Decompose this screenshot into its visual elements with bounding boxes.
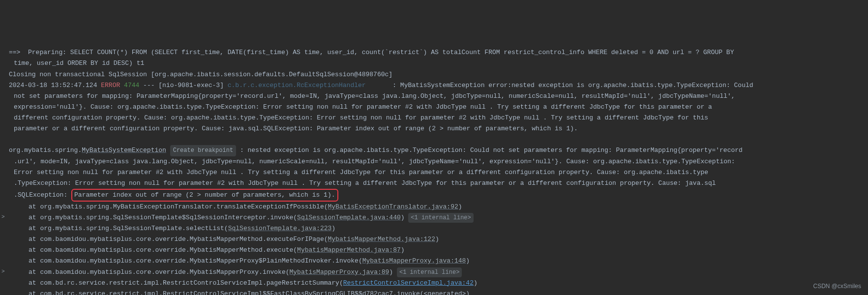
exception-class-link[interactable]: MyBatisSystemException xyxy=(82,147,166,154)
log-thread: [nio-9081-exec-3] xyxy=(158,82,224,89)
stack-frame: >at com.baomidou.mybatisplus.core.overri… xyxy=(9,267,868,278)
log-message: MyBatisSystemException error:nested exce… xyxy=(400,82,753,89)
stack-frame: at org.mybatis.spring.SqlSessionTemplate… xyxy=(9,223,868,234)
stack-source-link[interactable]: MybatisMapperMethod.java:87 xyxy=(297,246,401,254)
stack-frame: at com.baomidou.mybatisplus.core.overrid… xyxy=(9,256,868,266)
console-log: ==> Preparing: SELECT COUNT(*) FROM (SEL… xyxy=(9,47,868,295)
stack-source-link[interactable]: MyBatisExceptionTranslator.java:92 xyxy=(328,203,458,210)
stack-source-link[interactable]: RestrictControlServiceImpl.java:42 xyxy=(343,279,474,287)
stack-frame: at com.baomidou.mybatisplus.core.overrid… xyxy=(9,234,868,245)
fold-arrow-icon[interactable]: > xyxy=(1,212,5,222)
log-level: ERROR xyxy=(101,82,120,89)
stack-frame: at com.bd.rc.service.restrict.impl.Restr… xyxy=(9,289,868,295)
log-message-cont: not set parameters for mapping: Paramete… xyxy=(9,91,868,102)
stack-source-link[interactable]: MybatisMapperMethod.java:122 xyxy=(328,236,435,243)
exception-header: org.mybatis.spring.MyBatisSystemExceptio… xyxy=(9,147,743,154)
session-close-line: Closing non transactional SqlSession [or… xyxy=(9,71,392,78)
stack-source-link[interactable]: MybatisMapperProxy.java:89 xyxy=(290,268,389,276)
stack-frame: at org.mybatis.spring.MyBatisExceptionTr… xyxy=(9,202,868,212)
exception-message: .SQLException: Parameter index out of ra… xyxy=(9,189,868,202)
log-message-cont: expression='null'}. Cause: org.apache.ib… xyxy=(9,102,868,113)
exception-message: .TypeException: Error setting non null f… xyxy=(9,178,868,189)
log-pid: 4744 xyxy=(124,82,139,89)
internal-lines-badge[interactable]: <1 internal line> xyxy=(408,213,473,223)
sql-prepare-cont: time, user_id ORDER BY id DESC) t1 xyxy=(9,58,868,69)
error-highlight-box: Parameter index out of range (2 > number… xyxy=(71,189,338,202)
stack-source-link[interactable]: SqlSessionTemplate.java:440 xyxy=(297,214,401,221)
log-logger[interactable]: c.b.r.c.exception.RcExceptionHandler xyxy=(228,82,366,89)
log-message-cont: parameter or a different configuration p… xyxy=(9,123,868,134)
exception-message: Error setting non null for parameter #2 … xyxy=(9,167,868,178)
stack-frame: at com.bd.rc.service.restrict.impl.Restr… xyxy=(9,278,868,289)
log-timestamp: 2024-03-18 13:52:47.124 xyxy=(9,82,97,89)
stack-source-link[interactable]: MybatisMapperProxy.java:148 xyxy=(362,257,466,265)
create-breakpoint-badge[interactable]: Create breakpoint xyxy=(170,145,236,156)
stack-frame: at com.baomidou.mybatisplus.core.overrid… xyxy=(9,245,868,256)
internal-lines-badge[interactable]: <1 internal line> xyxy=(397,267,462,277)
log-message-cont: different configuration property. Cause:… xyxy=(9,113,868,123)
sql-prepare-line: ==> Preparing: SELECT COUNT(*) FROM (SEL… xyxy=(9,49,734,56)
stack-frame: >at org.mybatis.spring.SqlSessionTemplat… xyxy=(9,212,868,223)
fold-arrow-icon[interactable]: > xyxy=(1,267,5,276)
watermark: CSDN @cxSmiles xyxy=(813,281,861,291)
exception-message: .url', mode=IN, javaType=class java.lang… xyxy=(9,156,868,167)
stack-source-link[interactable]: SqlSessionTemplate.java:223 xyxy=(228,225,332,232)
